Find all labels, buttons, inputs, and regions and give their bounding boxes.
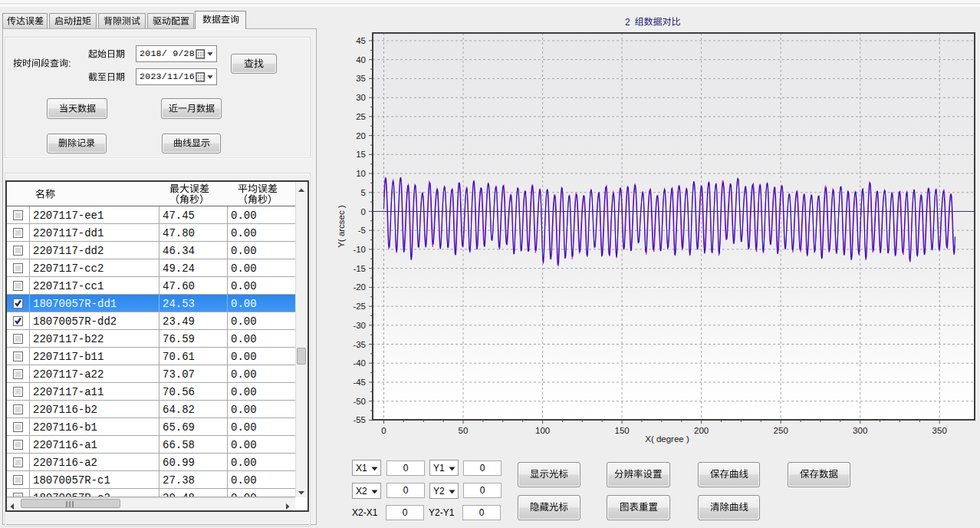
svg-text:100: 100 bbox=[535, 426, 550, 435]
svg-text:0: 0 bbox=[361, 207, 366, 216]
svg-text:-25: -25 bbox=[353, 302, 366, 311]
svg-text:25: 25 bbox=[356, 112, 366, 121]
svg-text:30: 30 bbox=[356, 93, 366, 102]
svg-text:150: 150 bbox=[615, 426, 630, 435]
svg-text:-40: -40 bbox=[353, 358, 366, 368]
svg-text:-55: -55 bbox=[353, 415, 366, 424]
svg-text:-50: -50 bbox=[353, 397, 366, 406]
svg-text:5: 5 bbox=[361, 188, 366, 197]
svg-text:50: 50 bbox=[459, 426, 469, 435]
svg-text:20: 20 bbox=[356, 131, 366, 140]
svg-text:0: 0 bbox=[381, 426, 386, 435]
svg-text:10: 10 bbox=[356, 169, 366, 178]
svg-text:-35: -35 bbox=[353, 340, 366, 349]
svg-text:40: 40 bbox=[356, 55, 366, 64]
svg-text:-45: -45 bbox=[353, 378, 366, 387]
svg-text:-5: -5 bbox=[358, 226, 366, 235]
svg-text:-30: -30 bbox=[353, 321, 366, 330]
svg-text:350: 350 bbox=[932, 426, 947, 435]
svg-text:250: 250 bbox=[774, 426, 788, 435]
svg-text::: : bbox=[68, 58, 71, 69]
svg-text:-10: -10 bbox=[353, 245, 366, 254]
svg-text:Y( arcsec ): Y( arcsec ) bbox=[337, 205, 346, 248]
svg-text:X( degree ): X( degree ) bbox=[645, 434, 689, 444]
svg-text:200: 200 bbox=[694, 426, 709, 435]
svg-text:300: 300 bbox=[853, 426, 867, 435]
svg-text:15: 15 bbox=[356, 150, 366, 159]
svg-text:-15: -15 bbox=[353, 264, 366, 273]
svg-text:-20: -20 bbox=[353, 282, 366, 292]
svg-text:35: 35 bbox=[356, 74, 366, 83]
svg-text:45: 45 bbox=[356, 36, 366, 45]
